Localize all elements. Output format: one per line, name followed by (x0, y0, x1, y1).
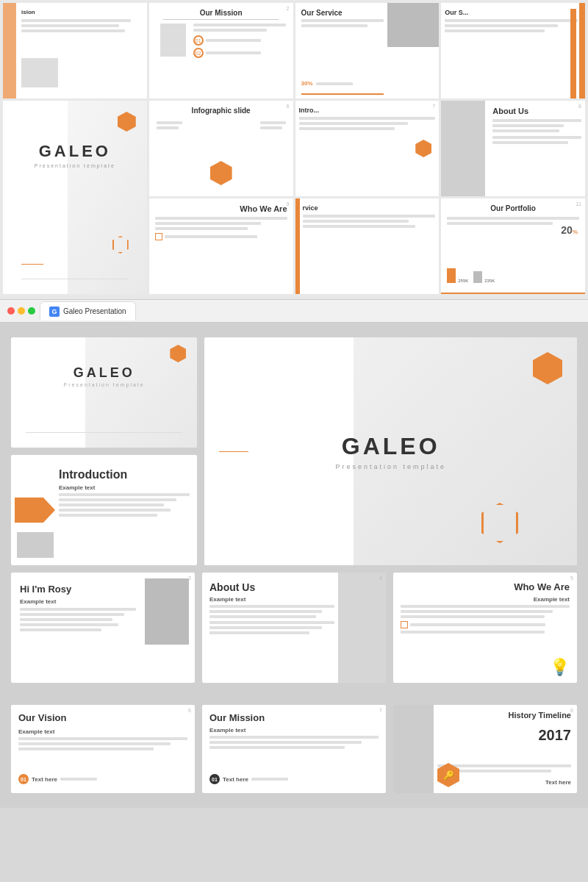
mid-slide-galeo-cover[interactable]: GALEO Presentation template (11, 337, 197, 448)
google-icon: G (49, 306, 60, 317)
orange-right-bar-4 (570, 9, 576, 98)
slide-thumb-6[interactable]: 6 Infographic slide (149, 101, 293, 196)
mid-bottom-row: 3 Hi I'm Rosy Example text 4 About Us Ex… (11, 573, 577, 683)
slide-thumb-11[interactable]: 11 Our Portfolio 255K 235K 20% (441, 198, 585, 294)
cover-accent-line (21, 264, 43, 265)
vision-slide-num: 6 (188, 708, 191, 713)
minimize-dot[interactable] (18, 307, 25, 315)
big-number-11: 20% (561, 224, 578, 236)
bar-male (473, 271, 482, 283)
stat-percent: 30% (301, 80, 313, 87)
browser-tab[interactable]: G Galeo Presentation (40, 301, 136, 320)
lamp-icon: 💡 (550, 658, 570, 677)
vision-num-badge: 01 (18, 774, 29, 784)
big-cover-title: GALEO (335, 433, 446, 460)
vision-title: Our Vision (18, 712, 67, 723)
history-building-img (393, 705, 434, 793)
about-building-img (338, 573, 386, 683)
orange-left-10 (295, 198, 300, 294)
orange-bar-right-4 (579, 3, 585, 98)
bot-slide-mission[interactable]: 7 Our Mission Example text 01 Text here (202, 705, 386, 793)
slide-title-8: About Us (492, 107, 528, 115)
slide-thumb-4[interactable]: Our S... (441, 3, 585, 98)
big-cover-subtitle: Presentation template (335, 463, 446, 470)
slide-title-7: Intro... (299, 107, 320, 114)
slide-thumb-3[interactable]: 3 Our Service 30% (295, 3, 440, 98)
cover-bg (68, 101, 147, 294)
mid-slide-intro[interactable]: Introduction Example text (11, 455, 197, 565)
orange-bar-left (3, 3, 16, 98)
slide-thumb-7[interactable]: 7 Intro... (295, 101, 440, 196)
slide-thumb-8[interactable]: 8 About Us (441, 101, 585, 196)
slide-title-10: rvice (303, 204, 318, 212)
top-slide-grid: ision 2 Our Mission 01 02 3 Our Se (0, 0, 588, 299)
mission-example: Example text (209, 727, 245, 734)
rosy-title: Hi I'm Rosy (20, 584, 71, 595)
cover-subtitle-5: Presentation template (35, 163, 115, 168)
cover-mid-line (26, 432, 182, 433)
slide-thumb-10[interactable]: rvice (295, 198, 440, 294)
who-slide-num: 5 (570, 576, 573, 581)
mid-slide-big-cover[interactable]: GALEO Presentation template (204, 337, 577, 565)
mid-slide-about[interactable]: 4 About Us Example text (202, 573, 386, 683)
slide-title-11: Our Portfolio (490, 204, 536, 212)
history-title: History Timeline (509, 711, 571, 720)
bot-slide-history[interactable]: 8 History Timeline 2017 Text here 🔑 (393, 705, 577, 793)
who-title: Who We Are (514, 581, 570, 592)
cover-title-5: GALEO (35, 142, 115, 161)
key-icon: 🔑 (443, 770, 454, 781)
cover-line (21, 279, 129, 279)
slide-thumb-5[interactable]: GALEO Presentation template (3, 101, 147, 294)
slide-title-9: Who We Are (240, 204, 287, 213)
slide-thumb-2[interactable]: 2 Our Mission 01 02 (149, 3, 293, 98)
mission-title: Our Mission (209, 712, 265, 723)
num-dot-01: 01 (193, 35, 204, 46)
mid-galeo-text: GALEO Presentation template (64, 365, 145, 387)
slide-text-1 (21, 19, 143, 35)
building-image-8 (441, 101, 485, 196)
intro-pen-image (17, 532, 54, 558)
slide-number-2: 2 (287, 6, 290, 11)
about-example: Example text (209, 596, 245, 603)
num-dot-02: 02 (193, 48, 204, 58)
intro-title: Introduction (59, 468, 127, 481)
slide-thumb-1[interactable]: ision (3, 3, 147, 98)
mid-slide-rosy[interactable]: 3 Hi I'm Rosy Example text (11, 573, 195, 683)
slide-title-2: Our Mission (200, 9, 243, 17)
mid-main-grid: GALEO Presentation template Introduction… (11, 337, 577, 565)
vision-example: Example text (18, 728, 54, 735)
big-cover-text: GALEO Presentation template (335, 433, 446, 470)
mission-text: Text here (223, 776, 248, 783)
bottom-grid: 6 Our Vision Example text 01 Text here 7… (11, 705, 577, 793)
slide-title-6: Infographic slide (192, 107, 251, 115)
vision-text: Text here (32, 776, 57, 783)
stat-female: 255K (458, 279, 468, 283)
slide-thumb-9[interactable]: 9 Who We Are (149, 198, 293, 294)
accent-line-big (219, 451, 248, 452)
tab-label: Galeo Presentation (63, 307, 126, 315)
rosy-example: Example text (20, 598, 56, 605)
orange-arrow-intro (15, 498, 55, 523)
bottom-preview-section: 6 Our Vision Example text 01 Text here 7… (0, 698, 588, 808)
about-title: About Us (209, 581, 255, 593)
mid-galeo-title: GALEO (64, 365, 145, 381)
slide-title-3: Our Service (301, 9, 343, 17)
maximize-dot[interactable] (28, 307, 35, 315)
intro-example: Example text (59, 484, 95, 491)
rosy-person-img (145, 578, 189, 645)
bottom-line-11 (441, 293, 585, 294)
bar-female (447, 268, 456, 283)
mid-slide-who[interactable]: 5 Who We Are Example text 💡 (393, 573, 577, 683)
close-dot[interactable] (7, 307, 15, 315)
orange-accent-3 (301, 93, 384, 95)
mission-num-badge: 01 (209, 774, 220, 784)
mid-left-col: GALEO Presentation template Introduction… (11, 337, 197, 565)
bot-slide-vision[interactable]: 6 Our Vision Example text 01 Text here (11, 705, 195, 793)
divider-2 (163, 19, 279, 20)
mission-slide-num: 7 (379, 708, 382, 713)
history-year: 2017 (539, 727, 572, 744)
slide-number-8: 8 (578, 104, 581, 109)
slide-number-6: 6 (287, 104, 290, 109)
slide-title-1: ision (21, 9, 35, 15)
hex-intro (415, 140, 431, 157)
